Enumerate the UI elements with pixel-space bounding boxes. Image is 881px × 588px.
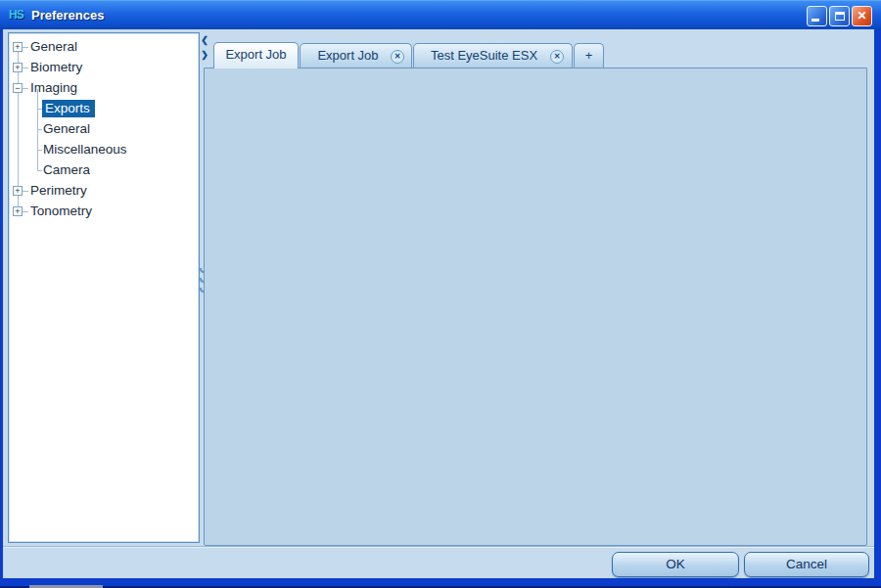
tree-stub	[23, 47, 28, 48]
tab-label: Export Job	[317, 48, 378, 63]
window-border-left	[0, 29, 3, 579]
window-border-right	[874, 29, 881, 579]
collapse-icon-imaging[interactable]: −	[13, 83, 23, 93]
tab-export-job-1[interactable]: Export Job	[213, 42, 299, 68]
app-logo-icon: HS	[9, 7, 28, 23]
expand-icon-biometry[interactable]: +	[13, 63, 23, 72]
titlebar[interactable]: HS Preferences ✕	[0, 0, 881, 29]
tree-stub	[37, 129, 42, 130]
tree-stub	[23, 211, 28, 212]
close-button[interactable]: ✕	[852, 6, 872, 26]
tree-stub	[37, 170, 42, 171]
tab-label: Export Job	[225, 47, 286, 62]
minimize-icon	[811, 19, 819, 22]
preferences-dialog: HS Preferences ✕ + + − + + General Biome…	[0, 0, 881, 588]
window-border-bottom	[0, 578, 881, 586]
expand-icon-perimetry[interactable]: +	[13, 186, 23, 196]
tab-test-eyesuite-esx[interactable]: Test EyeSuite ESX ✕	[413, 43, 573, 68]
tab-content-panel	[204, 68, 867, 546]
close-icon: ✕	[857, 9, 866, 23]
tab-close-icon[interactable]: ✕	[550, 50, 564, 64]
tab-close-icon[interactable]: ✕	[391, 50, 404, 64]
footer-separator-highlight	[3, 547, 874, 548]
tree-stub	[23, 191, 28, 192]
tree-item-imaging[interactable]: Imaging	[30, 80, 77, 95]
expand-icon-general[interactable]: +	[13, 42, 23, 52]
tree-item-camera[interactable]: Camera	[43, 162, 90, 177]
maximize-icon	[835, 12, 845, 21]
ok-button[interactable]: OK	[612, 552, 739, 577]
tab-export-job-2[interactable]: Export Job ✕	[300, 43, 412, 68]
tab-add[interactable]: +	[574, 43, 604, 68]
tree-stub	[37, 150, 42, 151]
collapse-right-icon[interactable]: ❯	[200, 50, 209, 60]
tree-item-imaging-general[interactable]: General	[43, 121, 90, 136]
window-title: Preferences	[31, 8, 104, 23]
tab-label: Test EyeSuite ESX	[431, 48, 537, 63]
tree-item-exports[interactable]: Exports	[42, 100, 95, 117]
tree-stub	[23, 68, 28, 68]
tree-item-miscellaneous[interactable]: Miscellaneous	[43, 142, 127, 157]
tree-stub	[23, 88, 28, 89]
maximize-button[interactable]	[829, 6, 850, 26]
tree-item-biometry[interactable]: Biometry	[30, 60, 82, 74]
expand-icon-tonometry[interactable]: +	[13, 206, 23, 216]
collapse-left-icon[interactable]: ❮	[200, 35, 209, 45]
minimize-button[interactable]	[807, 6, 827, 26]
tree-item-perimetry[interactable]: Perimetry	[30, 183, 87, 198]
cancel-button[interactable]: Cancel	[744, 552, 869, 577]
tree-item-tonometry[interactable]: Tonometry	[30, 204, 92, 218]
add-tab-icon: +	[585, 48, 593, 63]
tree-item-general[interactable]: General	[30, 39, 77, 54]
